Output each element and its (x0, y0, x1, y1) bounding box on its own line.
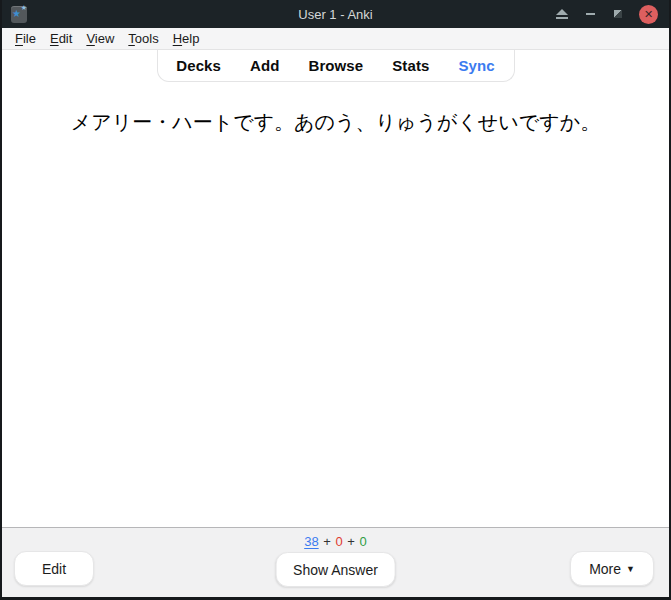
edit-button[interactable]: Edit (14, 551, 94, 586)
show-answer-label: Show Answer (293, 562, 378, 578)
caret-down-icon: ▼ (626, 564, 635, 574)
tab-add[interactable]: Add (250, 57, 279, 74)
close-button[interactable]: ✕ (639, 5, 658, 24)
menu-item-help[interactable]: Help (167, 30, 206, 47)
bottom-toolbar: 38 + 0 + 0 Edit Show Answer More ▼ (2, 527, 669, 597)
review-count: 0 (360, 534, 367, 549)
maximize-button[interactable] (604, 0, 632, 28)
tab-stats[interactable]: Stats (392, 57, 429, 74)
card-question-text: メアリー・ハートです。あのう、りゅうがくせいですか。 (2, 88, 669, 136)
maximize-icon (614, 10, 622, 18)
card-area: メアリー・ハートです。あのう、りゅうがくせいですか。 (2, 88, 669, 527)
tab-sync[interactable]: Sync (458, 57, 494, 74)
more-button-label: More (589, 561, 621, 577)
minimize-button[interactable] (576, 0, 604, 28)
new-count: 38 (304, 534, 318, 549)
title-bar: ★ ★ User 1 - Anki ✕ (2, 0, 669, 28)
edit-button-label: Edit (42, 561, 66, 577)
anki-window: ★ ★ User 1 - Anki ✕ File Edit View Tools… (0, 0, 671, 600)
minimize-icon (586, 13, 595, 15)
menu-item-view[interactable]: View (80, 30, 120, 47)
card-counts: 38 + 0 + 0 (2, 528, 669, 549)
tab-browse[interactable]: Browse (308, 57, 363, 74)
menu-item-edit[interactable]: Edit (44, 30, 78, 47)
top-toolbar: Decks Add Browse Stats Sync (2, 50, 669, 88)
plus-separator: + (346, 534, 356, 549)
window-controls: ✕ (548, 0, 669, 28)
menu-item-tools[interactable]: Tools (122, 30, 164, 47)
toolbar-tab-strip: Decks Add Browse Stats Sync (157, 50, 515, 82)
tab-decks[interactable]: Decks (176, 57, 221, 74)
eject-icon (556, 9, 568, 19)
menu-bar: File Edit View Tools Help (2, 28, 669, 50)
close-icon: ✕ (644, 8, 653, 21)
more-button[interactable]: More ▼ (570, 551, 654, 586)
menu-item-file[interactable]: File (9, 30, 42, 47)
shade-button[interactable] (548, 0, 576, 28)
show-answer-button[interactable]: Show Answer (275, 552, 396, 587)
plus-separator: + (322, 534, 332, 549)
learning-count: 0 (336, 534, 343, 549)
